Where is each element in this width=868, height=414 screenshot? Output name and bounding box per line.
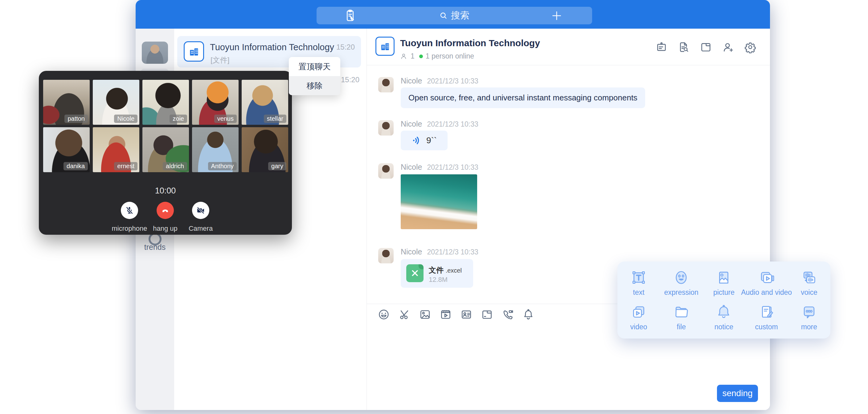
participant-tile[interactable]: gary (242, 127, 288, 172)
emoji-icon[interactable] (378, 308, 390, 321)
send-button[interactable]: sending (717, 385, 758, 402)
popup-item-more[interactable]: more (788, 300, 830, 335)
message-head: Nicole 2021/12/3 10:33 (401, 76, 478, 85)
chat-record-search-icon[interactable] (678, 41, 690, 53)
files-folder-icon[interactable] (700, 41, 712, 53)
trends-label[interactable]: trends (135, 243, 174, 252)
participant-tile[interactable]: Nicole (93, 80, 139, 125)
participant-name: zoie (169, 115, 187, 123)
message-time: 2021/12/3 10:33 (427, 120, 478, 128)
sender-name: Nicole (401, 76, 422, 85)
file-size: 12.8M (429, 276, 447, 284)
microphone-mute-button[interactable] (121, 202, 138, 219)
picture-icon (715, 269, 732, 286)
participant-tile[interactable]: danika (43, 127, 90, 172)
participant-tile[interactable]: stellar (242, 80, 288, 125)
voice-message-bubble[interactable]: 9`` (401, 131, 447, 150)
conversation-time: 15:20 (336, 43, 355, 52)
menu-item-remove[interactable]: 移除 (289, 76, 340, 95)
conversation-title: Tuoyun Information Technology (210, 42, 334, 52)
contact-card-icon[interactable] (460, 308, 472, 321)
camera-toggle-button[interactable] (192, 202, 209, 219)
popup-item-label: file (677, 323, 686, 331)
message-type-popup: text expression picture Audio and video … (617, 261, 830, 339)
participant-tile[interactable]: patton (43, 80, 90, 125)
picture-icon[interactable] (419, 308, 431, 321)
add-icon[interactable] (551, 10, 562, 22)
participant-name: Anthony (208, 162, 237, 170)
popup-item-text[interactable]: text (617, 265, 660, 300)
popup-item-file[interactable]: file (660, 300, 703, 335)
participant-tile[interactable]: venus (192, 80, 239, 125)
notice-bell-icon (715, 304, 732, 320)
popup-item-voice[interactable]: voice (788, 265, 830, 300)
online-status: 1 person online (426, 52, 474, 60)
hang-up-button[interactable] (157, 202, 174, 219)
hang-up-icon (160, 205, 170, 215)
add-member-icon[interactable] (722, 41, 734, 53)
popup-item-audio-video[interactable]: Audio and video (745, 265, 788, 300)
participant-name: stellar (264, 115, 286, 123)
scissors-screenshot-icon[interactable] (398, 308, 410, 321)
members-icon (400, 52, 408, 60)
participant-name: danika (63, 162, 88, 170)
settings-gear-icon[interactable] (744, 41, 756, 53)
message-head: Nicole 2021/12/3 10:33 (401, 247, 478, 256)
excel-file-icon: ✕ (406, 264, 424, 282)
participant-tile[interactable]: Anthony (192, 127, 239, 172)
popup-item-label: text (633, 288, 645, 297)
participant-name: venus (214, 115, 237, 123)
file-ext: .excel (446, 267, 462, 274)
screen: 搜索 trends (0, 0, 868, 414)
message-time: 2021/12/3 10:33 (427, 163, 478, 171)
avatar[interactable] (378, 163, 394, 179)
chat-title: Tuoyun Information Technology (400, 38, 540, 49)
top-bar: 搜索 (135, 0, 770, 29)
announcement-board-icon[interactable] (655, 41, 668, 53)
text-icon (630, 269, 647, 286)
conversation2-time: 15:20 (341, 75, 360, 84)
online-dot (419, 55, 423, 58)
video-icon (630, 304, 647, 320)
popup-item-expression[interactable]: expression (660, 265, 703, 300)
participant-tile[interactable]: zoie (143, 80, 189, 125)
video-call-icon[interactable] (501, 308, 514, 321)
popup-item-label: Audio and video (741, 288, 792, 297)
message-head: Nicole 2021/12/3 10:33 (401, 120, 478, 128)
avatar[interactable] (378, 120, 394, 135)
popup-item-label: voice (801, 288, 817, 297)
search-bar[interactable]: 搜索 (316, 7, 592, 24)
expression-icon (673, 269, 689, 286)
folder-icon[interactable] (481, 308, 493, 321)
video-clip-icon[interactable] (439, 308, 452, 321)
sender-name: Nicole (401, 247, 422, 256)
bell-icon[interactable] (522, 308, 534, 321)
participant-name: ernest (114, 162, 137, 170)
message-time: 2021/12/3 10:33 (427, 77, 478, 85)
chat-avatar-building-icon (375, 37, 395, 56)
search-icon (439, 11, 448, 20)
participant-name: gary (268, 162, 286, 170)
participant-tile[interactable]: ernest (93, 127, 139, 172)
user-avatar[interactable] (142, 41, 168, 64)
participant-grid: patton Nicole zoie venus stellar danika … (43, 80, 288, 172)
menu-item-pin-chat[interactable]: 置顶聊天 (289, 57, 340, 76)
video-call-window: patton Nicole zoie venus stellar danika … (39, 71, 292, 235)
popup-item-custom[interactable]: custom (745, 300, 788, 335)
message-time: 2021/12/3 10:33 (427, 248, 478, 256)
avatar[interactable] (378, 248, 394, 263)
popup-item-video[interactable]: video (617, 300, 660, 335)
popup-item-label: expression (664, 288, 699, 297)
popup-item-picture[interactable]: picture (703, 265, 745, 300)
participant-tile[interactable]: aldrich (143, 127, 189, 172)
participant-name: aldrich (163, 162, 187, 170)
voice-duration: 9`` (426, 135, 437, 146)
file-folder-icon (673, 304, 689, 320)
file-message-bubble[interactable]: ✕ 文件 .excel 12.8M (401, 259, 473, 288)
popup-item-notice[interactable]: notice (703, 300, 745, 335)
text-message-bubble[interactable]: Open source, free, and universal instant… (401, 88, 645, 108)
avatar[interactable] (378, 77, 394, 92)
image-message-beach-photo[interactable] (401, 174, 477, 229)
participant-name: patton (64, 115, 88, 123)
camera-label: Camera (170, 225, 231, 232)
